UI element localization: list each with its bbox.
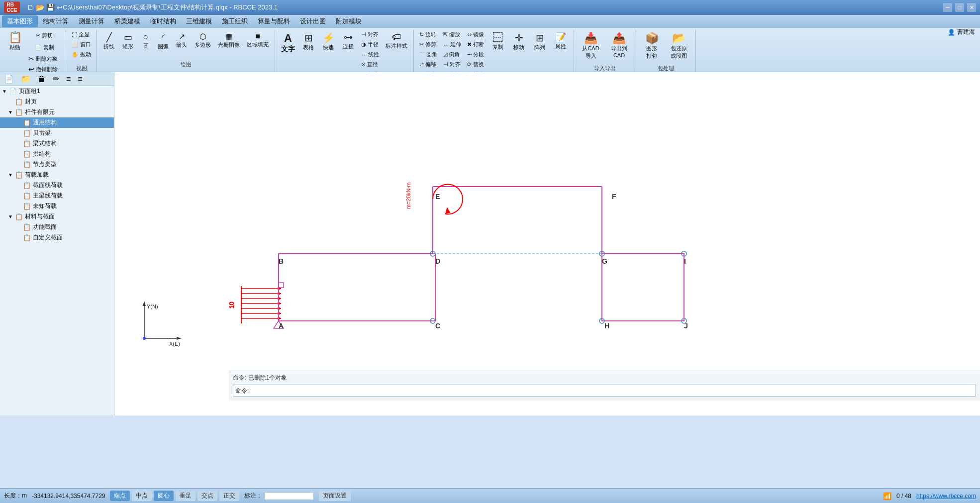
area-fill-btn[interactable]: ■ 区域填充 (244, 30, 272, 50)
align-left-btn[interactable]: ≡ (64, 74, 73, 85)
round-btn[interactable]: ⌒圆角 (417, 50, 440, 59)
connect-icon: ⊶ (344, 32, 353, 43)
unit-segment: 长度：m (4, 492, 27, 500)
snap-midpoint-btn[interactable]: 中点 (132, 491, 152, 501)
tree-section-load[interactable]: 📋 截面线荷载 (0, 180, 114, 191)
annot-input[interactable] (264, 492, 314, 500)
polyline-btn[interactable]: ╱ 折线 (100, 30, 118, 52)
align-right-btn[interactable]: ≡ (76, 74, 84, 85)
cmd-input[interactable]: 命令: (233, 385, 976, 397)
grid-img-btn[interactable]: ▦ 光栅图像 (215, 30, 243, 51)
offset-btn[interactable]: ⇌偏移 (417, 60, 440, 69)
paste-btn[interactable]: 📋 粘贴 (5, 30, 25, 53)
snap-endpoint-btn[interactable]: 端点 (110, 491, 130, 501)
rotate-btn[interactable]: ↻旋转 (417, 30, 440, 39)
menu-quantity[interactable]: 算量与配料 (253, 15, 295, 27)
menu-bridge-model[interactable]: 桥梁建模 (109, 15, 145, 27)
copy-btn[interactable]: 📄 复制 (26, 42, 63, 53)
status-bar: 长度：m -334132.9414,335474.7729 端点 中点 圆心 垂… (0, 488, 980, 503)
unpack-btn[interactable]: 📂 包还原 成段图 (665, 30, 692, 62)
open-btn[interactable]: 📂 (36, 3, 44, 11)
fullscreen-btn[interactable]: ⛶ 全显 (69, 30, 94, 39)
pack-btn[interactable]: 📦 图形 打包 (639, 30, 664, 62)
cut-btn[interactable]: ✂ 剪切 (26, 30, 63, 41)
tree-general-struct[interactable]: 📋 通用结构 (0, 117, 114, 128)
menu-construction[interactable]: 施工组织 (217, 15, 253, 27)
delete-tree-btn[interactable]: 🗑 (36, 74, 48, 85)
from-cad-btn[interactable]: 📥 从CAD 导入 (577, 30, 604, 62)
copy-edit-btn[interactable]: ⿱ 复制 (488, 30, 508, 53)
tree-no-load[interactable]: 📋 未知荷载 (0, 201, 114, 211)
break-icon: ✖ (467, 41, 472, 48)
menu-temp-struct[interactable]: 临时结构 (145, 15, 181, 27)
close-btn[interactable]: ✕ (967, 3, 976, 12)
save-btn[interactable]: 💾 (46, 3, 55, 11)
snap-perpendicular-btn[interactable]: 垂足 (176, 491, 196, 501)
new-btn[interactable]: 🗋 (27, 3, 34, 11)
menu-addon[interactable]: 附加模块 (331, 15, 367, 27)
edit-tree-btn[interactable]: ✏ (51, 73, 61, 85)
canvas-area[interactable]: Y(N) X(E) (114, 72, 980, 415)
tree-custom-section[interactable]: 📋 自定义截面 (0, 232, 114, 243)
mirror-btn[interactable]: ⇔镜像 (465, 30, 487, 39)
tree-load-group[interactable]: ▼ 📋 荷载加载 (0, 170, 114, 180)
user-area[interactable]: 👤 曹建海 (948, 28, 975, 36)
chamfer-btn[interactable]: ◿倒角 (441, 50, 464, 59)
window-btn[interactable]: ⬜ 窗口 (69, 40, 94, 49)
snap-intersection-btn[interactable]: 交点 (197, 491, 217, 501)
menu-measure-calc[interactable]: 测量计算 (74, 15, 109, 27)
open-folder-btn[interactable]: 📁 (19, 73, 33, 85)
break-btn[interactable]: ✖打断 (465, 40, 487, 49)
arc-btn[interactable]: ◜ 圆弧 (155, 30, 172, 52)
tree-arch-struct[interactable]: 📋 拱结构 (0, 149, 114, 159)
tree-vierendeel[interactable]: 📋 贝雷梁 (0, 128, 114, 138)
move-btn[interactable]: ✛ 移动 (509, 30, 529, 53)
trim-btn[interactable]: ✂修剪 (417, 40, 440, 49)
arrow-btn[interactable]: ↗ 箭头 (173, 30, 191, 51)
drag-btn[interactable]: ✋ 拖动 (69, 50, 94, 59)
extend-btn[interactable]: ↔延伸 (441, 40, 464, 49)
replace-btn[interactable]: ⟳替换 (465, 60, 487, 69)
snap-center-btn[interactable]: 圆心 (154, 491, 174, 501)
linear-btn[interactable]: ↔ 线性 (359, 50, 382, 59)
page-settings-btn[interactable]: 页面设置 (319, 491, 351, 501)
connect-btn[interactable]: ⊶ 连接 (339, 30, 358, 52)
website-link[interactable]: https://www.rbcce.com (916, 493, 976, 500)
tree-page-group1[interactable]: ▼ 📄 页面组1 (0, 86, 114, 97)
segment-btn[interactable]: ⊸分段 (465, 50, 487, 59)
new-page-btn[interactable]: 📄 (2, 73, 16, 85)
snap-ortho-btn[interactable]: 正交 (219, 491, 239, 501)
tree-beam-struct[interactable]: 📋 梁式结构 (0, 138, 114, 149)
half-radius-btn[interactable]: ◑ 半径 (359, 40, 382, 49)
tree-material-group[interactable]: ▼ 📋 材料与截面 (0, 211, 114, 222)
array-btn[interactable]: ⊞ 阵列 (530, 30, 550, 53)
tree-node-type[interactable]: 📋 节点类型 (0, 159, 114, 170)
to-cad-btn[interactable]: 📤 导出到 CAD (605, 30, 633, 60)
prop-btn[interactable]: 📝 属性 (551, 30, 571, 52)
tree-member-fem[interactable]: ▼ 📋 杆件有限元 (0, 107, 114, 117)
polygon-btn[interactable]: ⬡ 多边形 (192, 30, 214, 51)
delete-obj-btn[interactable]: ✂ 删除对象 (26, 54, 63, 64)
tree-cover[interactable]: 📋 封页 (0, 97, 114, 107)
align-edit-btn[interactable]: ⊣对齐 (441, 60, 464, 69)
obj-count: 0 / 48 (896, 493, 911, 500)
menu-basic-shapes[interactable]: 基本图形 (2, 15, 38, 27)
minimize-btn[interactable]: ─ (943, 3, 952, 12)
menu-3d-model[interactable]: 三维建模 (181, 15, 217, 27)
scale-btn[interactable]: ⇱缩放 (441, 30, 464, 39)
tree-main-load[interactable]: 📋 主梁线荷载 (0, 191, 114, 201)
label-style-btn[interactable]: 🏷 标注样式 (383, 30, 410, 52)
menu-struct-calc[interactable]: 结构计算 (38, 15, 74, 27)
undo-btn[interactable]: ↩ (57, 3, 63, 11)
fast-btn[interactable]: ⚡ 快速 (319, 30, 338, 53)
text-btn[interactable]: A 文字 (278, 30, 298, 56)
align-annot-btn[interactable]: ⊣ 对齐 (359, 30, 382, 39)
fromcad-icon: 📥 (584, 32, 597, 45)
rect-btn[interactable]: ▭ 矩形 (119, 30, 137, 52)
table-btn[interactable]: ⊞ 表格 (299, 30, 318, 53)
menu-design-output[interactable]: 设计出图 (295, 15, 331, 27)
maximize-btn[interactable]: □ (955, 3, 964, 12)
tree-func-section[interactable]: 📋 功能截面 (0, 222, 114, 232)
circle-btn[interactable]: ○ 圆 (138, 30, 154, 52)
diameter-btn[interactable]: ⊙ 直径 (359, 60, 382, 69)
